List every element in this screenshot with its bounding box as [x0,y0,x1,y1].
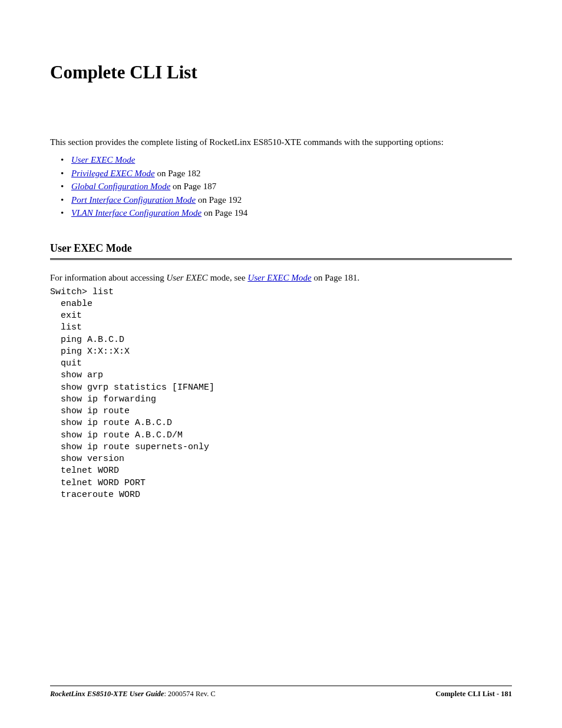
toc-item: VLAN Interface Configuration Mode on Pag… [61,206,512,220]
footer-doc-rev: : 2000574 Rev. C [164,690,215,698]
section-intro-suffix: on Page 181. [312,273,360,282]
toc-suffix: on Page 192 [196,195,242,205]
toc-link-port-interface[interactable]: Port Interface Configuration Mode [71,195,196,205]
footer-left: RocketLinx ES8510-XTE User Guide: 200057… [50,690,216,699]
toc-suffix: on Page 194 [201,208,247,218]
toc-list: User EXEC Mode Privileged EXEC Mode on P… [50,153,512,220]
intro-text: This section provides the complete listi… [50,136,512,149]
toc-link-vlan-interface[interactable]: VLAN Interface Configuration Mode [71,208,201,218]
toc-suffix: on Page 187 [170,182,216,191]
cli-code-block: Switch> list enable exit list ping A.B.C… [50,286,512,502]
toc-link-user-exec[interactable]: User EXEC Mode [71,155,135,164]
section-intro-italic: User EXEC [166,273,207,282]
section-intro: For information about accessing User EXE… [50,273,512,283]
toc-item: Port Interface Configuration Mode on Pag… [61,193,512,207]
toc-item: Global Configuration Mode on Page 187 [61,180,512,193]
section-intro-link[interactable]: User EXEC Mode [247,273,311,282]
page-footer: RocketLinx ES8510-XTE User Guide: 200057… [50,686,512,699]
page-title: Complete CLI List [50,62,512,83]
section-intro-mid: mode, see [208,273,247,282]
toc-item: Privileged EXEC Mode on Page 182 [61,167,512,180]
section-intro-prefix: For information about accessing [50,273,166,282]
toc-link-global-config[interactable]: Global Configuration Mode [71,182,170,191]
toc-suffix: on Page 182 [155,169,201,178]
footer-right: Complete CLI List - 181 [435,690,512,699]
section-rule [50,258,512,260]
footer-doc-title: RocketLinx ES8510-XTE User Guide [50,690,164,698]
section-heading-user-exec: User EXEC Mode [50,242,512,255]
toc-item: User EXEC Mode [61,153,512,167]
toc-link-privileged-exec[interactable]: Privileged EXEC Mode [71,169,155,178]
